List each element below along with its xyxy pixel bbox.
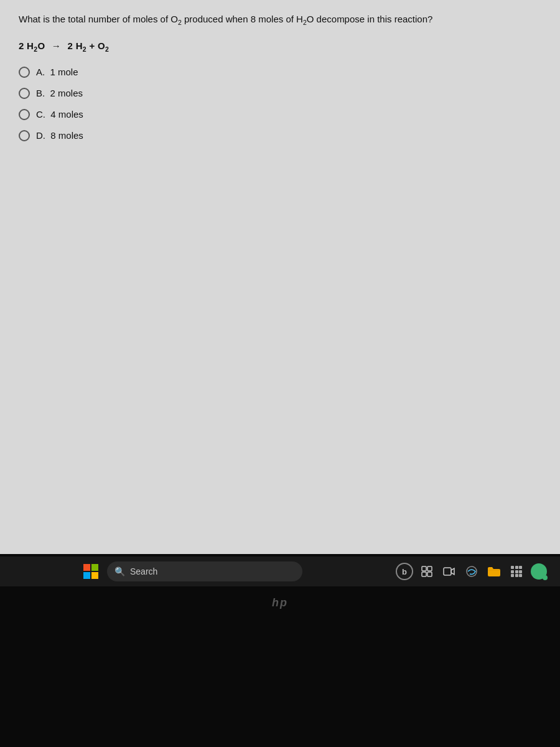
folder-icon[interactable]: [485, 563, 503, 580]
camera-icon[interactable]: [441, 563, 458, 580]
option-c[interactable]: C. 4 moles: [19, 109, 541, 120]
svg-rect-3: [427, 572, 432, 576]
radio-a[interactable]: [19, 67, 30, 78]
option-a-label: A. 1 mole: [36, 67, 78, 77]
content-area: What is the total number of moles of O2 …: [0, 0, 560, 554]
equation: 2 H2O → 2 H2 + O2: [19, 40, 541, 53]
svg-rect-1: [427, 566, 432, 571]
svg-rect-0: [422, 566, 426, 571]
copilot-icon[interactable]: b: [396, 563, 413, 580]
question-text: What is the total number of moles of O2 …: [19, 12, 541, 28]
svg-rect-2: [422, 572, 426, 576]
search-bar[interactable]: 🔍 Search: [107, 561, 302, 581]
option-b[interactable]: B. 2 moles: [19, 88, 541, 99]
start-button[interactable]: [81, 561, 101, 581]
options-list: A. 1 mole B. 2 moles C. 4 moles D. 8 mol…: [19, 67, 541, 141]
option-c-label: C. 4 moles: [36, 109, 83, 120]
option-d[interactable]: D. 8 moles: [19, 130, 541, 141]
grid-icon: [511, 566, 522, 577]
green-circle-icon: [531, 563, 547, 580]
radio-d[interactable]: [19, 130, 30, 141]
option-d-label: D. 8 moles: [36, 130, 83, 141]
taskbar: 🔍 Search b: [0, 557, 560, 586]
edge-icon[interactable]: [463, 563, 480, 580]
option-a[interactable]: A. 1 mole: [19, 67, 541, 78]
green-app-icon[interactable]: [530, 563, 548, 580]
search-bar-text: Search: [130, 566, 157, 576]
svg-rect-4: [444, 568, 451, 575]
hp-logo: hp: [272, 596, 288, 609]
option-b-label: B. 2 moles: [36, 88, 83, 98]
taskbar-icons: b: [396, 563, 548, 580]
windows-icon: [83, 564, 98, 579]
radio-c[interactable]: [19, 109, 30, 120]
apps-grid-icon[interactable]: [508, 563, 525, 580]
task-view-icon[interactable]: [418, 563, 436, 580]
radio-b[interactable]: [19, 88, 30, 99]
search-icon: 🔍: [114, 566, 125, 576]
